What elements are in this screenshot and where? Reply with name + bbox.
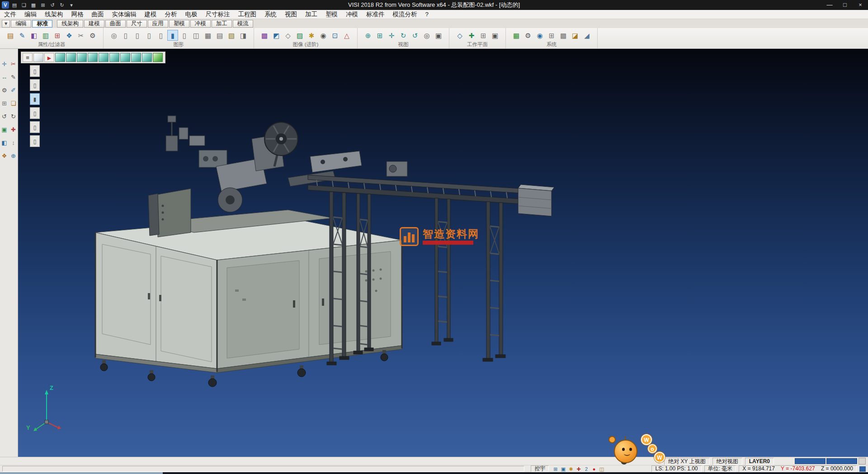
redo-icon[interactable]: ↻ [58, 1, 66, 9]
menu-item-1[interactable]: 编辑 [20, 10, 41, 19]
snap-icon[interactable]: ❖ [1, 152, 8, 160]
mesh-style-icon[interactable]: ▯ [179, 30, 190, 41]
shaded-cube-icon[interactable] [153, 53, 163, 62]
clip-plane-icon[interactable]: ▯ [30, 65, 40, 77]
menu-item-13[interactable]: 加工 [301, 10, 321, 19]
workplane-manager-icon[interactable]: ▣ [490, 30, 500, 41]
zoom-all-icon[interactable]: ⊕ [363, 30, 373, 41]
two-badge-icon[interactable]: 2 [582, 466, 590, 472]
system-settings-icon[interactable]: ⚙ [523, 30, 533, 41]
redo-icon[interactable]: ↻ [10, 113, 17, 120]
erase-filter-icon[interactable]: ✂ [75, 30, 86, 41]
menu-item-2[interactable]: 线架构 [41, 10, 67, 19]
menu-item-5[interactable]: 实体编辑 [108, 10, 141, 19]
red-dot-icon[interactable]: ● [590, 466, 598, 472]
maximize-button[interactable]: □ [837, 0, 853, 10]
menu-item-6[interactable]: 建模 [141, 10, 161, 19]
bar-style-icon[interactable]: ▯ [156, 30, 166, 41]
workplane-icon[interactable]: ◇ [454, 30, 465, 41]
bookmark-icon[interactable]: ▯ [30, 135, 40, 147]
grid-settings-icon[interactable]: ⊞ [546, 30, 557, 41]
pattern-style-icon[interactable]: ▤ [214, 30, 225, 41]
trim-icon[interactable]: ✂ [10, 61, 17, 68]
render-mode-icon[interactable]: ▩ [259, 30, 270, 41]
properties-icon[interactable]: ▤ [5, 30, 16, 41]
match-properties-icon[interactable]: ✎ [17, 30, 28, 41]
filter-config-icon[interactable]: ⚙ [87, 30, 98, 41]
texture-style-icon[interactable]: ◨ [238, 30, 249, 41]
tab-dropdown[interactable]: ▾ [2, 20, 10, 28]
close-button[interactable]: × [853, 0, 868, 10]
menu-item-16[interactable]: 标准件 [362, 10, 389, 19]
material-icon[interactable]: ◪ [570, 30, 580, 41]
menu-item-10[interactable]: 工程图 [234, 10, 261, 19]
menu-item-8[interactable]: 电极 [181, 10, 202, 19]
pointer-select-icon[interactable]: ▶ [44, 53, 54, 62]
move-icon[interactable]: ↔ [1, 74, 8, 81]
menu-item-0[interactable]: 文件 [0, 10, 20, 19]
transform-icon[interactable]: ⚙ [1, 87, 8, 94]
undo-icon[interactable]: ↺ [1, 113, 8, 120]
layer-filter-icon[interactable]: ▥ [40, 30, 51, 41]
menu-item-12[interactable]: 视图 [281, 10, 301, 19]
quick-access-dropdown-icon[interactable]: ▾ [67, 1, 75, 9]
line-style-icon[interactable]: ▯ [120, 30, 131, 41]
menu-item-4[interactable]: 曲面 [88, 10, 108, 19]
grid-icon[interactable]: ⊞ [1, 100, 8, 107]
matrix-icon[interactable]: ▩ [558, 30, 569, 41]
menu-item-7[interactable]: 分析 [161, 10, 181, 19]
tab-冲模[interactable]: 冲模 [190, 20, 211, 28]
new-workplane-icon[interactable]: ✚ [466, 30, 477, 41]
scale-field[interactable]: LS: 1.00 PS: 1.00 [651, 465, 701, 472]
iso-view-5-icon[interactable] [99, 53, 108, 62]
iso-view-9-icon[interactable] [142, 53, 152, 62]
filter-icon[interactable]: ◧ [28, 30, 39, 41]
color-filter-icon[interactable]: ⊞ [52, 30, 63, 41]
units-field[interactable]: 单位: 毫米 [704, 465, 736, 472]
iso-view-1-icon[interactable] [55, 53, 65, 62]
solid-style-icon[interactable]: ▮ [167, 30, 178, 41]
pan-icon[interactable]: ✛ [386, 30, 397, 41]
tab-尺寸[interactable]: 尺寸 [127, 20, 147, 28]
world-cs-icon[interactable]: ◉ [534, 30, 545, 41]
iso-view-8-icon[interactable] [131, 53, 141, 62]
menu-item-3[interactable]: 网格 [67, 10, 88, 19]
view-mode-field[interactable]: 绝对 XY 上视图 [664, 458, 709, 465]
layer-field[interactable]: LAYER0 [745, 458, 774, 465]
color-cube-icon[interactable]: ◫ [598, 466, 605, 472]
wireframe-mode-icon[interactable]: ◇ [283, 30, 293, 41]
iso-view-3-icon[interactable] [77, 53, 87, 62]
shaded-mode-icon[interactable]: ◩ [271, 30, 282, 41]
element-filter-icon[interactable]: ❖ [64, 30, 75, 41]
screen-icon[interactable]: ▣ [559, 466, 567, 472]
dynamic-view-icon[interactable]: ◎ [421, 30, 432, 41]
rotate-view-icon[interactable]: ↻ [398, 30, 409, 41]
tab-应用[interactable]: 应用 [148, 20, 168, 28]
shade-icon[interactable]: ▣ [1, 126, 8, 133]
align-workplane-icon[interactable]: ⊞ [478, 30, 489, 41]
tab-线架构[interactable]: 线架构 [57, 20, 83, 28]
hidden-line-icon[interactable]: ▨ [294, 30, 305, 41]
wireframe-cube-icon[interactable] [33, 53, 43, 62]
tab-曲面[interactable]: 曲面 [105, 20, 126, 28]
perspective-icon[interactable]: ◉ [318, 30, 329, 41]
open-file-icon[interactable]: ❏ [20, 1, 28, 9]
zoom-window-icon[interactable]: ⊞ [374, 30, 385, 41]
shade-style-icon[interactable]: ▧ [226, 30, 237, 41]
pick-icon[interactable]: ✛ [1, 61, 8, 68]
iso-view-6-icon[interactable] [109, 53, 119, 62]
minimize-button[interactable]: — [822, 0, 837, 10]
hatch-style-icon[interactable]: ▦ [203, 30, 213, 41]
menu-item-15[interactable]: 冲模 [342, 10, 362, 19]
stretch-icon[interactable]: ↕ [10, 139, 17, 147]
tab-塑模[interactable]: 塑模 [169, 20, 189, 28]
grid-toggle-icon[interactable]: ⊞ [552, 466, 559, 472]
add-icon[interactable]: ✚ [10, 126, 17, 133]
render-toggle-icon[interactable]: ✱ [567, 466, 575, 472]
view-list-icon[interactable]: ≡ [23, 53, 33, 62]
new-file-icon[interactable]: ▤ [10, 1, 19, 9]
print-icon[interactable]: ⊞ [39, 1, 47, 9]
tab-建模[interactable]: 建模 [84, 20, 104, 28]
snapshot-icon[interactable]: ⊡ [330, 30, 340, 41]
menu-item-17[interactable]: 模流分析 [389, 10, 421, 19]
